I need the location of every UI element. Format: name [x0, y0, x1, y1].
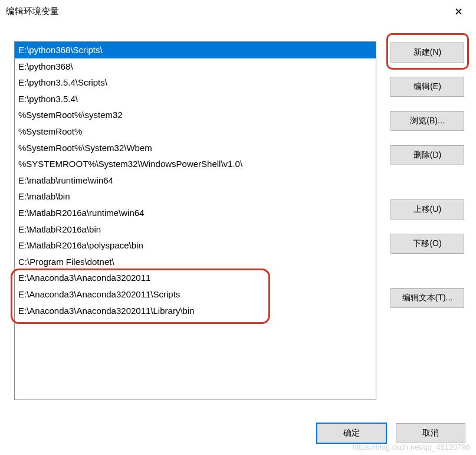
moveup-button[interactable]: 上移(U) — [390, 199, 464, 220]
list-item[interactable]: E:\Anaconda3\Anaconda3202011 — [15, 270, 376, 286]
list-item[interactable]: %SystemRoot%\System32\Wbem — [15, 140, 376, 156]
ok-button[interactable]: 确定 — [317, 423, 386, 443]
list-item[interactable]: %SYSTEMROOT%\System32\WindowsPowerShell\… — [15, 156, 376, 172]
list-item[interactable]: E:\MatlabR2016a\bin — [15, 221, 376, 238]
list-item[interactable]: E:\python368\ — [15, 58, 376, 75]
list-item[interactable]: E:\Anaconda3\Anaconda3202011\Scripts — [15, 286, 376, 303]
list-item[interactable]: E:\Anaconda3\Anaconda3202011\Library\bin — [15, 303, 376, 319]
list-item[interactable]: C:\Program Files\dotnet\ — [15, 254, 376, 270]
list-item[interactable]: %SystemRoot%\system32 — [15, 107, 376, 123]
new-button[interactable]: 新建(N) — [390, 42, 464, 63]
browse-button[interactable]: 浏览(B)... — [390, 111, 464, 131]
list-item[interactable]: E:\matlab\bin — [15, 188, 376, 205]
edittext-button[interactable]: 编辑文本(T)... — [390, 288, 464, 308]
list-item[interactable]: E:\python3.5.4\Scripts\ — [15, 74, 376, 91]
movedown-button[interactable]: 下移(O) — [390, 234, 464, 254]
list-item[interactable]: E:\python368\Scripts\ — [15, 42, 376, 58]
close-icon[interactable]: ✕ — [447, 4, 470, 20]
list-item[interactable]: E:\MatlabR2016a\runtime\win64 — [15, 205, 376, 221]
cancel-button[interactable]: 取消 — [396, 423, 465, 443]
delete-button[interactable]: 删除(D) — [390, 145, 464, 165]
window-title: 编辑环境变量 — [6, 4, 59, 17]
path-listbox[interactable]: E:\python368\Scripts\E:\python368\E:\pyt… — [14, 41, 376, 400]
list-item[interactable]: E:\MatlabR2016a\polyspace\bin — [15, 237, 376, 254]
list-item[interactable]: %SystemRoot% — [15, 123, 376, 140]
list-item[interactable]: E:\matlab\runtime\win64 — [15, 172, 376, 189]
list-item[interactable]: E:\python3.5.4\ — [15, 91, 376, 107]
edit-button[interactable]: 编辑(E) — [390, 77, 464, 97]
watermark: https://blog.csdn.net/qq_45120796 — [353, 443, 471, 451]
